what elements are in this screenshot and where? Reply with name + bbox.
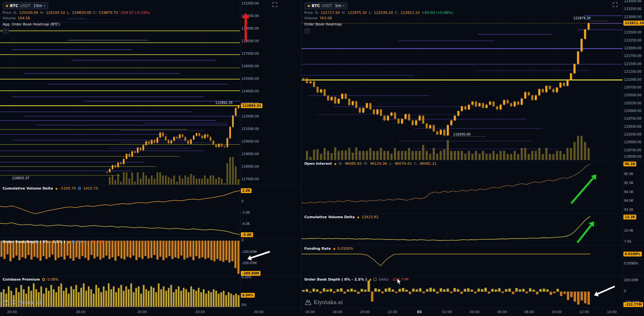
axis-tick: 119000.00 xyxy=(624,140,641,144)
kiyotaka-logo xyxy=(305,300,311,305)
axis-tick: 0.0098% xyxy=(624,262,639,265)
obd-title: Order Book Depth ( 0% - 2.5% ) xyxy=(304,277,367,282)
orderbook-depth-chart-right[interactable]: Order Book Depth ( 0% - 2.5% ) ◆ Delta: … xyxy=(302,276,622,308)
obd-axis-right[interactable]: 200.00M0-200.00M-232.77M xyxy=(622,276,644,308)
axis-tick: 121000.00 xyxy=(624,78,641,81)
symbol-selector[interactable]: ◆ BTC USDT 15m ▾ xyxy=(3,2,48,9)
funding-axis[interactable]: 0.0100%0.0098% xyxy=(622,245,644,276)
fullscreen-button[interactable] xyxy=(272,2,277,8)
timeframe-label: 15m xyxy=(33,4,42,8)
kiyotaka-watermark: Kiyotaka.ai xyxy=(305,299,343,305)
symbol-selector[interactable]: ◆ BTC USDT 5m ▾ xyxy=(304,2,348,9)
overlay-title: Agg. Order Book Heatmap (BTC) xyxy=(3,22,150,26)
funding-rate-chart[interactable]: Funding Rate ◆ 0.0100% xyxy=(302,245,622,276)
price-chart-canvas-right[interactable]: ◆ BTC USDT 5m ▾ Price O:122717.50 H:1228… xyxy=(302,0,622,160)
time-label: 12:00 xyxy=(579,310,589,314)
price-change: -224.37 (-0.19%) xyxy=(120,11,150,15)
obd-axis-left[interactable]: 0-100.00M-200.00M-289.89M xyxy=(240,238,301,276)
coinbase-premium-chart[interactable]: Coinbase Premium 0.08% Kiyotaka.ai xyxy=(0,276,240,308)
volume-row: Volume 164.56 xyxy=(3,16,150,20)
axis-tick: 0.10% xyxy=(242,275,252,279)
cvd-legend-right: Cumulative Volume Delta ◆ 13423.82 xyxy=(304,215,378,219)
cvd-axis-right[interactable]: 13.3K10.0K7.5K xyxy=(622,214,644,245)
fullscreen-button[interactable] xyxy=(613,2,618,8)
obd-title: Order Book Depth ( 0% - 2.5% ) xyxy=(3,240,65,244)
cvd-chart-right[interactable]: Cumulative Volume Delta ◆ 13423.82 xyxy=(302,214,622,245)
funding-rate-section: Funding Rate ◆ 0.0100% 0.0100%0.0098% xyxy=(302,245,644,276)
collapse-button[interactable]: ^ xyxy=(304,28,310,34)
premium-axis[interactable]: 0.10%0.04%0% xyxy=(240,276,301,308)
time-label: 22:00 xyxy=(388,310,397,314)
axis-tick: 93.5K xyxy=(624,208,633,211)
time-label: 20:00 xyxy=(360,310,370,314)
high-price-marker: 122879.30 xyxy=(573,16,591,20)
current-price-badge: 122811.10 xyxy=(623,21,644,25)
symbol-base: BTC xyxy=(312,4,320,8)
axis-tick: 120250.00 xyxy=(624,101,641,105)
futures-diamond-icon: ◆ xyxy=(333,247,335,250)
price-change: +93.60 (+0.08%) xyxy=(421,11,453,15)
depth-bars-left[interactable] xyxy=(0,238,240,276)
time-label: 14:00 xyxy=(607,310,617,314)
high-value: 120100.10 xyxy=(46,11,65,15)
cvd-axis-left[interactable]: 2.0K0-2.0K-4.0K-5.8K xyxy=(240,185,301,238)
time-label: 20:00 xyxy=(195,310,205,314)
open-interest-line[interactable] xyxy=(302,160,622,213)
open-label: O: xyxy=(13,11,17,15)
axis-tick: 118750.00 xyxy=(624,148,641,152)
obd-legend-left: Order Book Depth ( 0% - 2.5% ) ◆ Delta: … xyxy=(3,240,109,244)
price-axis-left[interactable]: 122884.01 131000.00130000.00129000.00128… xyxy=(240,0,301,185)
axis-tick: 128000.00 xyxy=(242,39,259,43)
axis-tick: 129000.00 xyxy=(242,27,259,30)
time-label: 20:00 xyxy=(254,310,263,314)
price-label: Price xyxy=(304,11,313,15)
cvd-lines-left[interactable] xyxy=(0,185,240,238)
axis-tick: 121250.00 xyxy=(624,70,641,73)
axis-tick: 127000.00 xyxy=(242,52,259,55)
chevron-down-icon: ▾ xyxy=(44,4,45,7)
axis-tick: 121000.00 xyxy=(242,127,259,131)
oi-axis[interactable]: 96.1K95.5K95.0K94.5K94.0K93.5K xyxy=(622,160,644,213)
cvd-futures-value: -5100.74 xyxy=(60,186,76,191)
axis-tick: 130000.00 xyxy=(242,14,259,18)
axis-tick: 0 xyxy=(242,200,243,203)
axis-badge: 0.0100% xyxy=(623,252,642,256)
orderbook-depth-chart-left[interactable]: Order Book Depth ( 0% - 2.5% ) ◆ Delta: … xyxy=(0,238,240,276)
time-label: 20:00 xyxy=(76,310,85,314)
volume-value: 763.08 xyxy=(319,16,332,20)
close-label: C: xyxy=(93,11,97,15)
price-axis-right[interactable]: 122811.10 123500.00123250.00123000.00122… xyxy=(622,0,644,160)
price-chart-canvas-left[interactable]: ◆ BTC USDT 15m ▾ Price O:120100.09 H:120… xyxy=(0,0,240,185)
axis-tick: 122500.00 xyxy=(624,31,641,34)
oi-legend: Open Interest ◆ O:96085.83 H:96124.36 L:… xyxy=(304,162,437,166)
open-interest-chart[interactable]: Open Interest ◆ O:96085.83 H:96124.36 L:… xyxy=(302,160,622,213)
axis-tick: -2.0K xyxy=(242,211,250,214)
symbol-base: BTC xyxy=(10,4,18,8)
axis-tick: 120500.00 xyxy=(624,93,641,97)
volume-row: Volume 763.08 xyxy=(304,16,453,20)
low-label: L: xyxy=(67,11,70,15)
kiyotaka-logo xyxy=(3,300,10,305)
oi-title: Open Interest xyxy=(304,162,332,166)
cvd-value: 13423.82 xyxy=(362,215,379,219)
axis-tick: 95.5K xyxy=(624,172,633,176)
spot-coin-icon xyxy=(78,187,81,190)
axis-tick: 125000.00 xyxy=(242,77,259,80)
ohlc-row: Price O:120100.09 H:120100.10 L:119820.0… xyxy=(3,11,150,15)
cvd-title: Cumulative Volume Delta xyxy=(304,215,355,219)
obd-legend-right: Order Book Depth ( 0% - 2.5% ) ◆ Delta: … xyxy=(304,277,408,282)
time-axis-right[interactable]: 16:0018:0020:0022:000302:0004:0006:0008:… xyxy=(302,308,644,316)
axis-tick: 119250.00 xyxy=(624,133,641,136)
cvd-chart-left[interactable]: Cumulative Volume Delta ◆ -5100.74 1425.… xyxy=(0,185,240,238)
time-label: 20:00 xyxy=(7,310,17,314)
orderbook-depth-section-left: Order Book Depth ( 0% - 2.5% ) ◆ Delta: … xyxy=(0,238,301,276)
open-value: 120100.09 xyxy=(19,11,38,15)
volume-label: Volume xyxy=(3,16,16,20)
axis-tick: 0 xyxy=(242,238,243,242)
close-label: C: xyxy=(395,11,398,15)
link-icon[interactable]: ∞ xyxy=(107,240,109,244)
axis-badge: -289.89M xyxy=(241,271,260,276)
collapse-button[interactable]: ^ xyxy=(3,28,9,34)
ohlc-row: Price O:122717.50 H:122875.30 L:122539.2… xyxy=(304,11,453,15)
time-axis-left[interactable]: 20:0020:0020:0020:0020:00 xyxy=(0,308,301,316)
